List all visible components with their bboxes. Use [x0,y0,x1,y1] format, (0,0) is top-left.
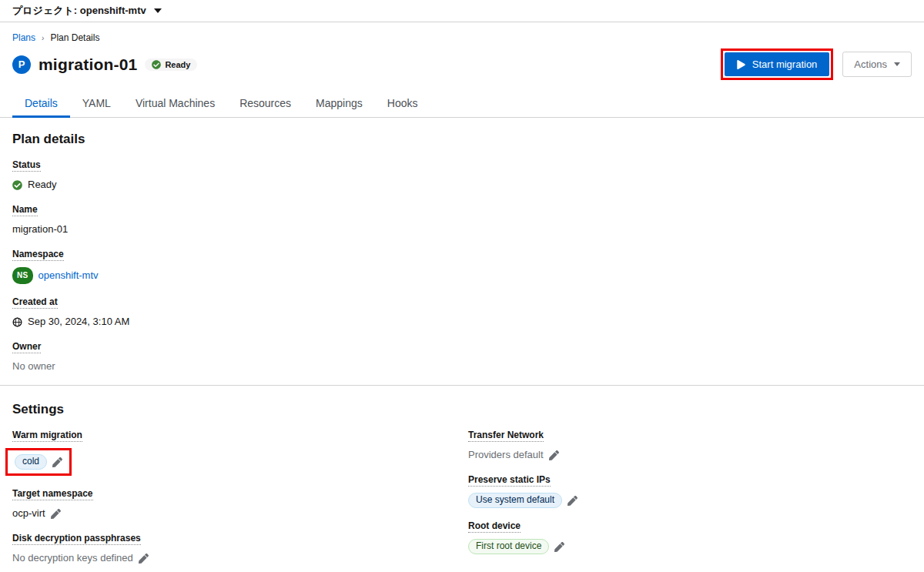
owner-label: Owner [12,342,41,353]
settings-grid: Warm migration cold Target namespace ocp… [12,417,912,565]
field-name: Name migration-01 [12,202,912,236]
preserve-static-ips-label: Preserve static IPs [468,475,551,487]
chevron-down-icon [154,8,162,13]
field-warm-migration: Warm migration cold [12,427,468,476]
warm-migration-badge: cold [15,454,47,470]
plan-resource-icon: P [12,55,31,74]
field-target-namespace: Target namespace ocp-virt [12,486,468,520]
owner-text: No owner [12,360,55,373]
edit-pencil-icon[interactable] [52,457,62,467]
warm-migration-label: Warm migration [12,430,82,442]
created-at-label: Created at [12,297,58,309]
project-selector-label: プロジェクト: openshift-mtv [12,4,146,18]
breadcrumb-separator-icon: › [42,34,44,42]
details-panel: Plan details Status Ready Name migration… [0,118,924,572]
check-circle-icon [12,180,22,190]
check-circle-icon [152,60,161,69]
actions-button[interactable]: Actions [842,52,912,77]
breadcrumb: Plans › Plan Details [12,32,912,43]
title-actions: Start migration Actions [721,49,912,80]
transfer-network-label: Transfer Network [468,430,544,442]
field-preserve-static-ips: Preserve static IPs Use system default [468,472,912,508]
target-namespace-value: ocp-virt [12,507,468,520]
edit-pencil-icon[interactable] [549,450,559,460]
edit-pencil-icon[interactable] [554,542,564,552]
field-created-at: Created at Sep 30, 2024, 3:10 AM [12,294,912,329]
status-label: Status [12,160,41,172]
tab-resources[interactable]: Resources [227,90,303,118]
tab-details[interactable]: Details [12,90,70,118]
settings-heading: Settings [12,402,912,417]
tab-hooks[interactable]: Hooks [375,90,430,118]
chevron-down-icon [894,62,900,66]
section-divider [0,385,924,386]
title-row: P migration-01 Ready Start migration Act… [12,49,912,80]
namespace-resource-icon: NS [12,267,33,284]
created-at-value: Sep 30, 2024, 3:10 AM [12,315,912,329]
root-device-badge: First root device [468,539,549,554]
edit-pencil-icon[interactable] [51,509,61,519]
root-device-value: First root device [468,539,912,554]
start-migration-button[interactable]: Start migration [725,52,830,76]
preserve-static-ips-value: Use system default [468,493,912,508]
field-transfer-network: Transfer Network Providers default [468,427,912,462]
preserve-static-ips-badge: Use system default [468,493,562,508]
edit-pencil-icon[interactable] [567,496,578,506]
disk-decryption-label: Disk decryption passphrases [12,534,141,545]
tab-bar: Details YAML Virtual Machines Resources … [0,90,924,118]
field-namespace: Namespace NS openshift-mtv [12,246,912,284]
status-text: Ready [28,178,57,192]
disk-decryption-value: No decryption keys defined [12,551,468,565]
transfer-network-text: Providers default [468,448,544,462]
title-group: P migration-01 Ready [12,55,197,74]
tab-virtual-machines[interactable]: Virtual Machines [123,90,227,118]
field-disk-decryption: Disk decryption passphrases No decryptio… [12,530,468,565]
project-selector[interactable]: プロジェクト: openshift-mtv [0,0,924,22]
page-title: migration-01 [38,55,137,74]
field-status: Status Ready [12,157,912,192]
target-namespace-text: ocp-virt [12,507,45,520]
plan-details-heading: Plan details [12,132,912,147]
name-label: Name [12,205,38,216]
annotation-box-start-migration: Start migration [721,49,834,80]
field-owner: Owner No owner [12,339,912,373]
namespace-value: NS openshift-mtv [12,267,912,284]
settings-left-column: Warm migration cold Target namespace ocp… [12,417,468,565]
settings-right-column: Transfer Network Providers default Prese… [468,417,912,565]
edit-pencil-icon[interactable] [139,554,149,564]
tab-yaml[interactable]: YAML [70,90,123,118]
actions-label: Actions [854,59,887,70]
breadcrumb-plans-link[interactable]: Plans [12,32,35,43]
annotation-box-warm-migration: cold [5,448,72,476]
name-text: migration-01 [12,222,68,236]
created-at-text: Sep 30, 2024, 3:10 AM [28,315,129,329]
breadcrumb-current: Plan Details [50,32,99,43]
start-migration-label: Start migration [752,59,818,70]
disk-decryption-text: No decryption keys defined [12,551,133,565]
status-badge: Ready [145,59,197,71]
name-value: migration-01 [12,222,912,236]
page-header: Plans › Plan Details P migration-01 Read… [0,22,924,80]
owner-value: No owner [12,360,912,373]
transfer-network-value: Providers default [468,448,912,462]
target-namespace-label: Target namespace [12,489,93,500]
namespace-label: Namespace [12,249,64,261]
field-root-device: Root device First root device [468,518,912,554]
warm-migration-value: cold [12,448,468,476]
status-value: Ready [12,178,912,192]
play-icon [737,60,745,69]
status-badge-label: Ready [165,60,190,69]
tab-mappings[interactable]: Mappings [303,90,375,118]
globe-icon [12,317,22,327]
namespace-link[interactable]: openshift-mtv [38,269,99,283]
root-device-label: Root device [468,521,521,533]
